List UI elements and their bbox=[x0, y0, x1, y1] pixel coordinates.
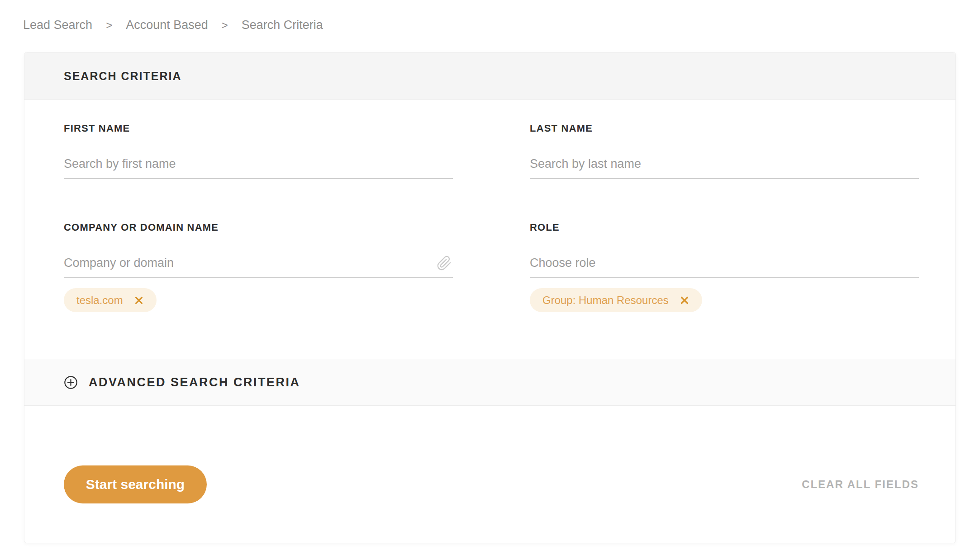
last-name-input-wrap bbox=[530, 157, 919, 179]
tag-group-human-resources: Group: Human Resources bbox=[530, 288, 702, 312]
remove-tag-icon[interactable] bbox=[680, 295, 689, 305]
company-input-wrap bbox=[64, 256, 453, 278]
company-input[interactable] bbox=[64, 256, 453, 270]
page-title: SEARCH CRITERIA bbox=[64, 70, 182, 83]
role-label: ROLE bbox=[530, 222, 919, 233]
search-criteria-card: SEARCH CRITERIA FIRST NAME LAST NAME COM… bbox=[24, 52, 956, 543]
paperclip-icon[interactable] bbox=[437, 256, 452, 271]
breadcrumb-item-account-based[interactable]: Account Based bbox=[126, 18, 208, 32]
advanced-search-label: ADVANCED SEARCH CRITERIA bbox=[89, 375, 300, 389]
tag-label: Group: Human Resources bbox=[542, 294, 669, 307]
breadcrumb-item-lead-search[interactable]: Lead Search bbox=[23, 18, 92, 32]
first-name-label: FIRST NAME bbox=[64, 123, 453, 134]
plus-circle-icon bbox=[64, 375, 78, 389]
role-input-wrap bbox=[530, 256, 919, 278]
breadcrumb: Lead Search > Account Based > Search Cri… bbox=[0, 0, 979, 32]
card-header: SEARCH CRITERIA bbox=[24, 52, 955, 100]
clear-all-fields-button[interactable]: CLEAR ALL FIELDS bbox=[802, 465, 919, 503]
tag-label: tesla.com bbox=[76, 294, 123, 307]
field-role: ROLE Group: Human Resources bbox=[530, 222, 919, 312]
breadcrumb-item-search-criteria[interactable]: Search Criteria bbox=[242, 18, 323, 32]
role-input[interactable] bbox=[530, 256, 919, 270]
field-company-or-domain: COMPANY OR DOMAIN NAME tesla.com bbox=[64, 222, 453, 312]
company-label: COMPANY OR DOMAIN NAME bbox=[64, 222, 453, 233]
last-name-label: LAST NAME bbox=[530, 123, 919, 134]
role-tags: Group: Human Resources bbox=[530, 288, 919, 312]
remove-tag-icon[interactable] bbox=[134, 295, 144, 305]
first-name-input[interactable] bbox=[64, 157, 453, 171]
company-tags: tesla.com bbox=[64, 288, 453, 312]
breadcrumb-separator: > bbox=[222, 19, 228, 32]
first-name-input-wrap bbox=[64, 157, 453, 179]
advanced-search-toggle[interactable]: ADVANCED SEARCH CRITERIA bbox=[24, 359, 955, 406]
last-name-input[interactable] bbox=[530, 157, 919, 171]
field-last-name: LAST NAME bbox=[530, 123, 919, 179]
card-footer: Start searching CLEAR ALL FIELDS bbox=[24, 406, 955, 543]
search-fields: FIRST NAME LAST NAME COMPANY OR DOMAIN N… bbox=[24, 100, 955, 359]
field-first-name: FIRST NAME bbox=[64, 123, 453, 179]
tag-tesla-com: tesla.com bbox=[64, 288, 157, 312]
start-searching-button[interactable]: Start searching bbox=[64, 465, 207, 503]
breadcrumb-separator: > bbox=[106, 19, 112, 32]
